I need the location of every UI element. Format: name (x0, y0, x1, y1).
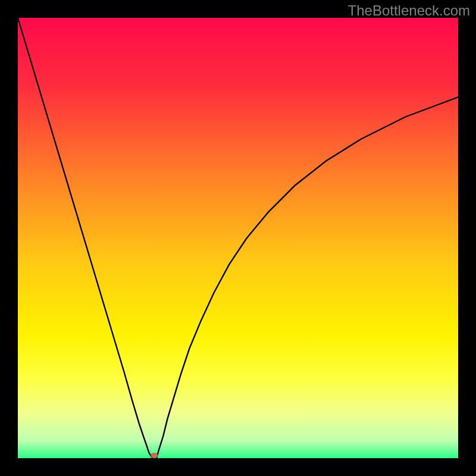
minimum-marker (151, 453, 158, 458)
watermark-text: TheBottleneck.com (348, 2, 470, 19)
chart-frame: TheBottleneck.com (0, 0, 476, 476)
bottleneck-chart (18, 18, 458, 458)
plot-area (18, 18, 458, 458)
